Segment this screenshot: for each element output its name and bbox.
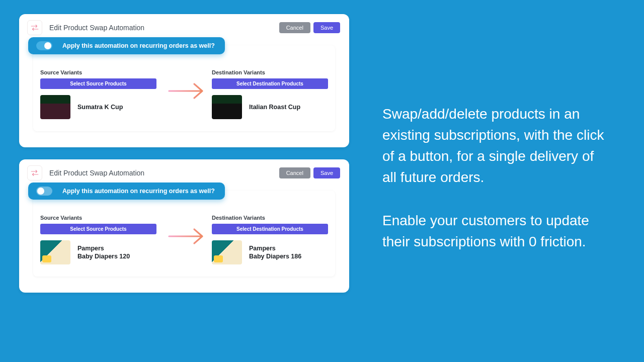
card-title: Edit Product Swap Automation <box>49 24 276 32</box>
recurring-toggle-label: Apply this automation on recurring order… <box>62 188 215 195</box>
select-source-button[interactable]: Select Source Products <box>40 224 156 234</box>
recurring-toggle-pill: Apply this automation on recurring order… <box>28 37 225 54</box>
swap-icon <box>27 165 42 180</box>
product-name: Pampers Baby Diapers 120 <box>77 244 130 261</box>
product-name: Pampers Baby Diapers 186 <box>249 244 301 261</box>
cancel-button[interactable]: Cancel <box>279 167 310 178</box>
recurring-toggle-label: Apply this automation on recurring order… <box>62 42 215 49</box>
product-image <box>212 240 242 264</box>
variants-row: Source Variants Select Source Products P… <box>38 215 330 264</box>
cards-column: Edit Product Swap Automation Cancel Save… <box>19 14 349 305</box>
source-product: Sumatra K Cup <box>40 95 156 119</box>
card-body: Apply this automation on recurring order… <box>33 45 335 131</box>
arrow-icon <box>167 79 210 103</box>
source-column: Source Variants Select Source Products S… <box>40 69 156 119</box>
source-label: Source Variants <box>40 215 156 221</box>
destination-product: Pampers Baby Diapers 186 <box>212 240 328 264</box>
product-image <box>40 95 70 119</box>
swap-icon <box>27 20 42 35</box>
cancel-button[interactable]: Cancel <box>279 22 310 33</box>
marketing-copy: Swap/add/delete products in an existing … <box>382 104 610 275</box>
destination-label: Destination Variants <box>212 215 328 221</box>
swap-card: Edit Product Swap Automation Cancel Save… <box>19 159 349 293</box>
swap-card: Edit Product Swap Automation Cancel Save… <box>19 14 349 147</box>
destination-product: Italian Roast Cup <box>212 95 328 119</box>
source-column: Source Variants Select Source Products P… <box>40 215 156 264</box>
arrow-icon <box>167 225 210 248</box>
destination-column: Destination Variants Select Destination … <box>212 69 328 119</box>
product-image <box>40 240 70 264</box>
save-button[interactable]: Save <box>313 22 340 33</box>
recurring-toggle-pill: Apply this automation on recurring order… <box>28 183 225 200</box>
select-destination-button[interactable]: Select Destination Products <box>212 224 328 234</box>
select-source-button[interactable]: Select Source Products <box>40 78 156 89</box>
card-body: Apply this automation on recurring order… <box>33 191 335 277</box>
select-destination-button[interactable]: Select Destination Products <box>212 78 328 89</box>
product-name: Italian Roast Cup <box>249 103 300 111</box>
product-image <box>212 95 242 119</box>
variants-row: Source Variants Select Source Products S… <box>38 69 330 119</box>
source-label: Source Variants <box>40 69 156 75</box>
marketing-paragraph: Swap/add/delete products in an existing … <box>382 104 610 188</box>
save-button[interactable]: Save <box>313 167 340 178</box>
marketing-paragraph: Enable your customers to update their su… <box>382 210 610 252</box>
card-title: Edit Product Swap Automation <box>49 169 276 177</box>
destination-column: Destination Variants Select Destination … <box>212 215 328 264</box>
recurring-toggle[interactable] <box>36 41 52 50</box>
recurring-toggle[interactable] <box>36 187 52 196</box>
product-name: Sumatra K Cup <box>77 103 123 111</box>
source-product: Pampers Baby Diapers 120 <box>40 240 156 264</box>
destination-label: Destination Variants <box>212 69 328 75</box>
